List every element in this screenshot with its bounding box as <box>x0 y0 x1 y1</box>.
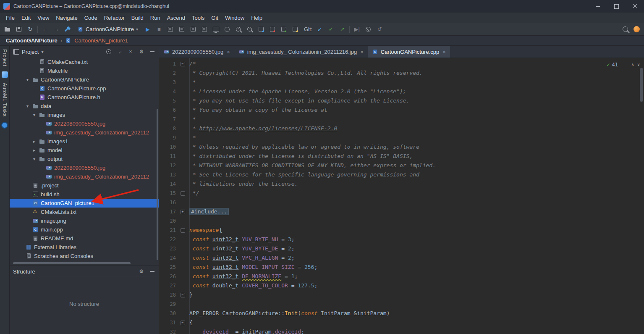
build-hammer-icon[interactable] <box>63 25 72 34</box>
git-update-icon[interactable]: ↙ <box>315 25 324 34</box>
tree-item[interactable]: 20220809005550.jpg <box>10 163 159 172</box>
tree-item[interactable]: Scratches and Consoles <box>10 252 159 260</box>
hide-panel-icon[interactable] <box>149 268 155 274</box>
active-tool-window-icon[interactable] <box>2 71 8 78</box>
tree-item[interactable]: .project <box>10 181 159 190</box>
terminal-monitor-icon[interactable] <box>212 25 220 34</box>
zoom-in-icon[interactable]: + <box>234 25 243 34</box>
sync-icon[interactable]: ↻ <box>26 25 34 34</box>
tree-item[interactable]: CMakeLists.txt <box>10 208 159 216</box>
open-project-icon[interactable] <box>3 25 12 34</box>
minimize-button[interactable] <box>589 0 607 13</box>
stripe-project-button[interactable]: Project <box>2 49 8 66</box>
fold-end-icon[interactable]: − <box>181 191 185 196</box>
chevron-collapsed-icon[interactable]: ▸ <box>31 139 37 144</box>
back-icon[interactable]: ← <box>41 25 49 34</box>
ascend-toolbox-icon[interactable] <box>291 25 299 34</box>
prev-issue-icon[interactable]: ∧ <box>631 60 634 69</box>
stop-icon[interactable]: ■ <box>155 25 163 34</box>
git-rollback-icon[interactable] <box>364 25 372 34</box>
save-all-icon[interactable] <box>15 25 23 34</box>
fold-open-icon[interactable]: − <box>181 62 185 66</box>
git-push-icon[interactable]: ↗ <box>338 25 346 34</box>
breadcrumb-project[interactable]: CartoonGANPicture <box>6 37 58 44</box>
structure-panel-title[interactable]: Structure <box>13 268 35 275</box>
menu-item-navigate[interactable]: Navigate <box>52 14 81 22</box>
tree-item[interactable]: ▸images1 <box>10 137 159 146</box>
maximize-button[interactable] <box>607 0 626 13</box>
next-issue-icon[interactable]: ∨ <box>637 60 640 69</box>
close-button[interactable] <box>626 0 644 13</box>
run-config-selector[interactable]: CartoonGANPicture ▾ <box>75 25 141 33</box>
tree-item[interactable]: image.png <box>10 216 159 225</box>
editor[interactable]: 1−/*2 * Copyright(C) 2021. Huawei Techno… <box>159 58 644 334</box>
ascend-advisor-icon[interactable] <box>280 25 288 34</box>
editor-scrollbar[interactable] <box>640 68 643 102</box>
tree-item[interactable]: ▾output <box>10 155 159 163</box>
forward-icon[interactable]: → <box>52 25 60 34</box>
editor-tab[interactable]: 20220809005550.jpg× <box>159 46 234 58</box>
chevron-expanded-icon[interactable]: ▾ <box>25 77 30 82</box>
collapse-all-icon[interactable]: × <box>128 49 134 55</box>
menu-item-run[interactable]: Run <box>147 14 164 22</box>
chevron-expanded-icon[interactable]: ▾ <box>31 113 37 117</box>
fold-closed-icon[interactable]: + <box>181 210 185 214</box>
tree-item[interactable]: 20220809005550.jpg <box>10 119 159 128</box>
tree-item[interactable]: ▾data <box>10 102 159 110</box>
menu-item-tools[interactable]: Tools <box>188 14 208 22</box>
chevron-expanded-icon[interactable]: ▾ <box>25 104 30 108</box>
stripe-automl-button[interactable]: AutoML Tasks <box>2 83 8 117</box>
breadcrumb-current[interactable]: CartoonGAN_picture1 <box>74 37 128 44</box>
menu-item-file[interactable]: File <box>3 14 18 22</box>
menu-item-window[interactable]: Window <box>222 14 248 22</box>
tree-item[interactable]: ▾CartoonGANPicture <box>10 75 159 84</box>
fold-end-icon[interactable]: − <box>181 293 185 297</box>
tree-item[interactable]: Makefile <box>10 66 159 75</box>
tree-item[interactable]: CMakeCache.txt <box>10 58 159 66</box>
menu-item-help[interactable]: Help <box>248 14 266 22</box>
clean-icon[interactable] <box>189 25 197 34</box>
menu-item-git[interactable]: Git <box>208 14 222 22</box>
tree-vertical-scrollbar[interactable] <box>157 109 158 260</box>
chevron-collapsed-icon[interactable]: ▸ <box>31 148 37 153</box>
close-tab-icon[interactable]: × <box>360 49 364 55</box>
tree-item[interactable]: ▸model <box>10 146 159 155</box>
package-icon[interactable] <box>200 25 209 34</box>
mindx-tool-icon[interactable] <box>1 122 8 129</box>
editor-tab[interactable]: CartoonGANPicture.cpp× <box>368 46 450 58</box>
close-tab-icon[interactable]: × <box>442 49 446 55</box>
notifications-icon[interactable] <box>632 25 641 34</box>
run-icon[interactable]: ▶ <box>144 25 152 34</box>
tree-item[interactable]: img_casestudy_ Colorizationin_202112 <box>10 172 159 181</box>
fold-open-icon[interactable]: − <box>181 228 185 233</box>
project-panel-title[interactable]: Project <box>22 49 39 55</box>
zoom-out-icon[interactable]: − <box>246 25 254 34</box>
tree-item[interactable]: External Libraries <box>10 243 159 252</box>
chevron-expanded-icon[interactable]: ▾ <box>31 157 37 161</box>
hide-panel-icon[interactable] <box>149 49 155 55</box>
menu-item-refactor[interactable]: Refactor <box>101 14 128 22</box>
chevron-down-icon[interactable]: ▾ <box>41 50 43 54</box>
menu-item-code[interactable]: Code <box>81 14 101 22</box>
ascend-model-converter-icon[interactable] <box>257 25 265 34</box>
tree-item[interactable]: CartoonGAN_picture1 <box>10 199 159 208</box>
locate-file-icon[interactable] <box>106 49 112 55</box>
tree-horizontal-scrollbar[interactable] <box>12 261 156 265</box>
git-undo-icon[interactable]: ↺ <box>375 25 384 34</box>
tree-item[interactable]: build.sh <box>10 190 159 199</box>
tree-item[interactable]: CartoonGANPicture.cpp <box>10 84 159 93</box>
menu-item-edit[interactable]: Edit <box>18 14 34 22</box>
inspections-widget[interactable]: ✓ 41 <box>607 60 618 69</box>
git-commit-icon[interactable]: ✓ <box>327 25 335 34</box>
tree-item[interactable]: CartoonGANPicture.h <box>10 93 159 102</box>
menu-item-ascend[interactable]: Ascend <box>164 14 188 22</box>
search-icon[interactable] <box>621 25 629 34</box>
menu-item-view[interactable]: View <box>34 14 52 22</box>
expand-all-icon[interactable]: ← <box>117 49 123 55</box>
close-tab-icon[interactable]: × <box>227 49 230 55</box>
editor-tab[interactable]: img_casestudy_ Colorizationin_20211216.j… <box>234 46 368 58</box>
tree-item[interactable]: README.md <box>10 234 159 243</box>
ascend-profiler-icon[interactable] <box>268 25 277 34</box>
tree-item[interactable]: ▾images <box>10 110 159 119</box>
settings-gear-icon[interactable]: ⚙ <box>139 49 144 55</box>
